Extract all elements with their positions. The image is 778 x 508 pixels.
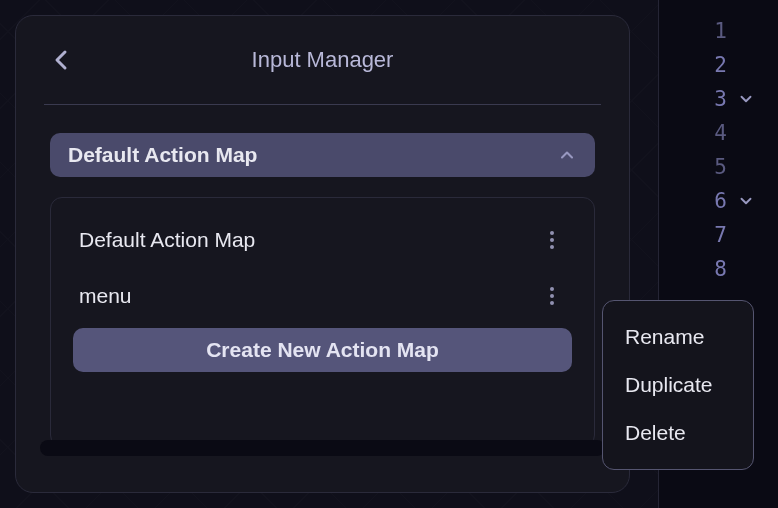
svg-point-5 bbox=[550, 301, 554, 305]
action-map-item-label: menu bbox=[79, 284, 538, 308]
input-manager-panel: Input Manager Default Action Map Default… bbox=[15, 15, 630, 493]
create-button-label: Create New Action Map bbox=[206, 338, 439, 362]
action-map-dropdown[interactable]: Default Action Map bbox=[50, 133, 595, 177]
panel-header: Input Manager bbox=[44, 42, 601, 78]
line-number: 4 bbox=[659, 121, 737, 145]
svg-point-1 bbox=[550, 238, 554, 242]
line-row: 3 bbox=[659, 82, 778, 116]
bottom-bar bbox=[40, 440, 605, 456]
line-row: 7 bbox=[659, 218, 778, 252]
svg-point-4 bbox=[550, 294, 554, 298]
item-menu-button[interactable] bbox=[538, 224, 566, 256]
action-map-item-label: Default Action Map bbox=[79, 228, 538, 252]
line-row: 8 bbox=[659, 252, 778, 286]
context-menu-rename[interactable]: Rename bbox=[603, 313, 753, 361]
action-map-item[interactable]: menu bbox=[73, 268, 572, 324]
line-number: 8 bbox=[659, 257, 737, 281]
svg-point-2 bbox=[550, 245, 554, 249]
item-menu-button[interactable] bbox=[538, 280, 566, 312]
line-number: 3 bbox=[659, 87, 737, 111]
context-menu: Rename Duplicate Delete bbox=[602, 300, 754, 470]
context-menu-duplicate[interactable]: Duplicate bbox=[603, 361, 753, 409]
create-action-map-button[interactable]: Create New Action Map bbox=[73, 328, 572, 372]
line-number: 6 bbox=[659, 189, 737, 213]
line-number: 5 bbox=[659, 155, 737, 179]
context-menu-delete[interactable]: Delete bbox=[603, 409, 753, 457]
svg-point-3 bbox=[550, 287, 554, 291]
fold-chevron-icon[interactable] bbox=[737, 192, 755, 210]
chevron-up-icon bbox=[557, 145, 577, 165]
line-number: 2 bbox=[659, 53, 737, 77]
line-row: 5 bbox=[659, 150, 778, 184]
line-row: 4 bbox=[659, 116, 778, 150]
line-number: 1 bbox=[659, 19, 737, 43]
line-row: 6 bbox=[659, 184, 778, 218]
fold-chevron-icon[interactable] bbox=[737, 90, 755, 108]
back-button[interactable] bbox=[44, 42, 80, 78]
line-row: 1 bbox=[659, 14, 778, 48]
action-map-list: Default Action Map menu Create New Actio… bbox=[50, 197, 595, 447]
line-number: 7 bbox=[659, 223, 737, 247]
action-map-item[interactable]: Default Action Map bbox=[73, 212, 572, 268]
svg-point-0 bbox=[550, 231, 554, 235]
dropdown-selected-label: Default Action Map bbox=[68, 143, 557, 167]
panel-title: Input Manager bbox=[80, 47, 565, 73]
line-row: 2 bbox=[659, 48, 778, 82]
divider bbox=[44, 104, 601, 105]
